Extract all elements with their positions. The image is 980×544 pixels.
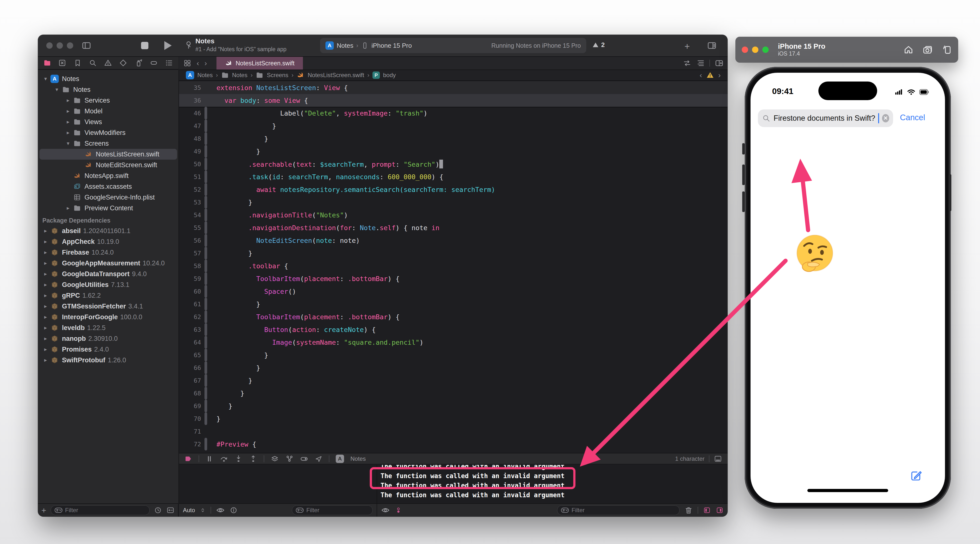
cancel-button[interactable]: Cancel — [900, 113, 925, 122]
view-hierarchy-icon[interactable] — [270, 455, 279, 463]
package-item[interactable]: ▸Promises2.4.0 — [40, 344, 177, 355]
code-line[interactable]: 48 } — [179, 132, 727, 145]
info-icon[interactable] — [230, 506, 237, 514]
file-tree-item[interactable]: GoogleService-Info.plist — [40, 192, 177, 203]
next-issue-icon[interactable]: › — [718, 71, 721, 80]
code-editor[interactable]: 35extension NotesListScreen: View {36 va… — [179, 81, 727, 453]
navigator-filter-field[interactable]: Filter — [51, 505, 150, 515]
code-line[interactable]: 56 NoteEditScreen(note: note) — [179, 234, 727, 247]
file-tree-item[interactable]: NotesApp.swift — [40, 170, 177, 181]
disclosure-icon[interactable]: ▸ — [64, 108, 72, 115]
step-into-icon[interactable] — [234, 455, 243, 463]
code-line[interactable]: 53 } — [179, 196, 727, 208]
warning-badge[interactable]: 2 — [592, 41, 605, 49]
test-navigator-icon[interactable] — [119, 59, 127, 67]
line-number[interactable]: 60 — [179, 288, 204, 295]
memory-graph-icon[interactable] — [285, 455, 294, 463]
code-line[interactable]: 62 ToolbarItem(placement: .bottomBar) { — [179, 310, 727, 323]
breakpoints-toggle-icon[interactable] — [185, 455, 192, 463]
console-message[interactable]: The function was called with an invalid … — [380, 490, 565, 500]
file-tree-item[interactable]: Assets.xcassets — [40, 181, 177, 192]
new-note-button[interactable] — [909, 469, 923, 482]
code-line[interactable]: 71 — [179, 425, 727, 438]
disclosure-icon[interactable]: ▸ — [41, 314, 50, 320]
package-item[interactable]: ▸InteropForGoogle100.0.0 — [40, 312, 177, 323]
search-input-text[interactable]: Firestone documents in Swift? — [773, 114, 875, 122]
code-line[interactable]: 70} — [179, 412, 727, 425]
line-number[interactable]: 57 — [179, 250, 204, 257]
disclosure-icon[interactable]: ▸ — [64, 205, 72, 211]
line-number[interactable]: 51 — [179, 173, 204, 180]
forward-icon[interactable]: › — [204, 59, 207, 67]
code-line[interactable]: 50 .searchable(text: $searchTerm, prompt… — [179, 157, 727, 170]
editor-layout-icon[interactable] — [707, 41, 717, 51]
package-item[interactable]: ▸Firebase10.24.0 — [40, 247, 177, 258]
line-number[interactable]: 72 — [179, 441, 204, 448]
quicklook-icon[interactable] — [381, 506, 390, 515]
code-line[interactable]: 57 } — [179, 247, 727, 259]
scheme-name[interactable]: Notes — [337, 42, 353, 49]
line-number[interactable]: 47 — [179, 122, 204, 129]
package-item[interactable]: ▸gRPC1.62.2 — [40, 290, 177, 301]
recent-files-icon[interactable] — [154, 506, 162, 514]
code-line[interactable]: 49 } — [179, 145, 727, 157]
breadcrumb-group[interactable]: Notes — [232, 72, 248, 79]
minimize-window-button[interactable] — [57, 42, 63, 49]
breadcrumb-symbol[interactable]: body — [383, 72, 396, 79]
package-item[interactable]: ▸GTMSessionFetcher3.4.1 — [40, 301, 177, 312]
line-number[interactable]: 63 — [179, 326, 204, 333]
line-number[interactable]: 61 — [179, 301, 204, 308]
package-item[interactable]: ▸GoogleAppMeasurement10.24.0 — [40, 258, 177, 269]
code-review-icon[interactable] — [683, 59, 691, 67]
adjust-editor-icon[interactable] — [696, 59, 705, 67]
file-tree-item[interactable]: ▾Screens — [40, 138, 177, 149]
line-number[interactable]: 67 — [179, 377, 204, 384]
home-indicator[interactable] — [807, 489, 888, 492]
variables-filter-field[interactable]: Filter — [292, 505, 373, 515]
code-line[interactable]: 51 .task(id: searchTerm, nanoseconds: 60… — [179, 170, 727, 183]
find-navigator-icon[interactable] — [89, 59, 97, 67]
package-item[interactable]: ▸GoogleDataTransport9.4.0 — [40, 269, 177, 279]
stop-button[interactable] — [141, 42, 148, 49]
line-number[interactable]: 68 — [179, 390, 204, 397]
code-line[interactable]: 46 Label("Delete", systemImage: "trash") — [179, 107, 727, 119]
line-number[interactable]: 66 — [179, 364, 204, 371]
file-tree-item[interactable]: ▾Notes — [40, 84, 177, 95]
code-line[interactable]: 66 } — [179, 361, 727, 374]
screenshot-icon[interactable] — [923, 45, 933, 55]
file-tree-item[interactable]: NoteEditScreen.swift — [40, 160, 177, 170]
bookmark-navigator-icon[interactable] — [73, 59, 82, 67]
tab-noteslistscreen[interactable]: NotesListScreen.swift — [216, 57, 303, 70]
code-line[interactable]: 72#Preview { — [179, 438, 727, 450]
line-number[interactable]: 53 — [179, 199, 204, 206]
line-number[interactable]: 48 — [179, 135, 204, 142]
line-number[interactable]: 36 — [179, 97, 204, 104]
line-number[interactable]: 55 — [179, 224, 204, 231]
disclosure-icon[interactable]: ▸ — [41, 249, 50, 256]
console-io-filter-icon[interactable] — [395, 507, 402, 514]
code-line[interactable]: 68 } — [179, 387, 727, 399]
simulate-location-icon[interactable] — [315, 455, 323, 463]
line-number[interactable]: 46 — [179, 110, 204, 117]
run-button[interactable] — [164, 41, 172, 50]
file-tree-item[interactable]: NotesListScreen.swift — [40, 149, 177, 160]
line-number[interactable]: 62 — [179, 313, 204, 320]
disclosure-icon[interactable]: ▸ — [41, 271, 50, 277]
package-item[interactable]: ▸SwiftProtobuf1.26.0 — [40, 355, 177, 366]
code-line[interactable]: 47 } — [179, 119, 727, 132]
toggle-navigator-icon[interactable] — [81, 41, 91, 51]
breakpoint-navigator-icon[interactable] — [150, 59, 158, 67]
code-line[interactable]: 52 await notesRepository.semanticSearch(… — [179, 183, 727, 196]
code-line[interactable]: 36 var body: some View { — [179, 94, 727, 107]
line-number[interactable]: 54 — [179, 212, 204, 219]
source-control-filter-icon[interactable] — [166, 506, 175, 514]
code-line[interactable]: 64 Image(systemName: "square.and.pencil"… — [179, 336, 727, 348]
disclosure-icon[interactable]: ▸ — [64, 119, 72, 125]
file-tree-item[interactable]: ▸Services — [40, 95, 177, 106]
minimize-window-button[interactable] — [752, 46, 758, 53]
clear-search-button[interactable]: ✕ — [882, 114, 889, 122]
code-line[interactable]: 59 ToolbarItem(placement: .bottomBar) { — [179, 272, 727, 285]
line-number[interactable]: 56 — [179, 237, 204, 244]
breadcrumb-group[interactable]: Screens — [267, 72, 288, 79]
home-button-icon[interactable] — [904, 45, 914, 55]
